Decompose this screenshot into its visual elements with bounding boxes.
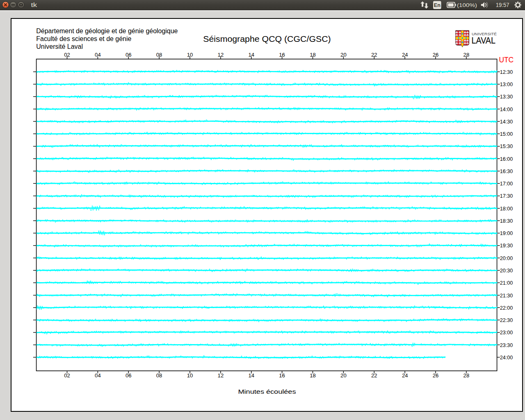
svg-text:13:30: 13:30 bbox=[500, 94, 513, 100]
svg-text:12:30: 12:30 bbox=[500, 69, 513, 75]
svg-text:08: 08 bbox=[156, 52, 162, 58]
svg-text:18:30: 18:30 bbox=[500, 218, 513, 224]
svg-text:02: 02 bbox=[64, 52, 70, 58]
svg-text:10: 10 bbox=[187, 52, 193, 58]
svg-text:20: 20 bbox=[340, 373, 347, 379]
svg-text:16: 16 bbox=[279, 373, 285, 379]
svg-text:15:30: 15:30 bbox=[500, 144, 513, 149]
svg-text:16: 16 bbox=[279, 52, 285, 58]
svg-text:19:30: 19:30 bbox=[500, 243, 513, 249]
svg-text:04: 04 bbox=[95, 52, 101, 58]
svg-text:Département de géologie et de: Département de géologie et de génie géol… bbox=[36, 27, 178, 35]
svg-text:19:00: 19:00 bbox=[500, 231, 513, 236]
svg-text:17:30: 17:30 bbox=[500, 193, 513, 199]
svg-text:23:30: 23:30 bbox=[500, 342, 513, 348]
svg-text:06: 06 bbox=[126, 373, 132, 379]
svg-text:Faculté des sciences et de gén: Faculté des sciences et de génie bbox=[36, 35, 131, 43]
svg-text:10: 10 bbox=[187, 373, 193, 379]
svg-text:22:30: 22:30 bbox=[500, 317, 513, 323]
svg-text:19:57: 19:57 bbox=[496, 2, 509, 8]
svg-text:LAVAL: LAVAL bbox=[472, 35, 496, 46]
svg-text:28: 28 bbox=[463, 373, 470, 379]
svg-text:08: 08 bbox=[156, 373, 162, 379]
svg-text:24:00: 24:00 bbox=[500, 355, 513, 361]
svg-text:13:00: 13:00 bbox=[500, 82, 513, 87]
svg-text:15:00: 15:00 bbox=[500, 131, 513, 137]
svg-text:20:00: 20:00 bbox=[500, 256, 513, 261]
svg-text:21:30: 21:30 bbox=[500, 293, 513, 299]
svg-text:14:30: 14:30 bbox=[500, 119, 513, 125]
svg-text:(100%): (100%) bbox=[457, 2, 477, 8]
svg-text:21:00: 21:00 bbox=[500, 280, 513, 286]
svg-text:18: 18 bbox=[310, 373, 316, 379]
svg-text:18: 18 bbox=[310, 52, 316, 58]
svg-text:14:00: 14:00 bbox=[500, 107, 513, 112]
svg-text:12: 12 bbox=[218, 52, 224, 58]
svg-text:UTC: UTC bbox=[499, 56, 514, 64]
svg-text:26: 26 bbox=[433, 52, 439, 58]
svg-text:16:30: 16:30 bbox=[500, 169, 513, 174]
svg-text:26: 26 bbox=[433, 373, 439, 379]
svg-text:Séismographe QCQ (CGC/GSC): Séismographe QCQ (CGC/GSC) bbox=[203, 34, 331, 43]
svg-text:24: 24 bbox=[402, 52, 408, 58]
svg-text:04: 04 bbox=[95, 373, 101, 379]
svg-text:En: En bbox=[434, 2, 441, 8]
svg-text:28: 28 bbox=[463, 52, 470, 58]
svg-text:tk: tk bbox=[31, 1, 37, 8]
svg-text:14: 14 bbox=[249, 373, 255, 379]
svg-text:17:00: 17:00 bbox=[500, 181, 513, 187]
svg-text:12: 12 bbox=[218, 373, 224, 379]
svg-text:24: 24 bbox=[402, 373, 408, 379]
svg-text:22: 22 bbox=[371, 52, 377, 58]
svg-text:22:00: 22:00 bbox=[500, 305, 513, 311]
svg-text:20: 20 bbox=[340, 52, 347, 58]
svg-text:14: 14 bbox=[249, 52, 255, 58]
svg-text:Université Laval: Université Laval bbox=[36, 43, 83, 50]
svg-text:16:00: 16:00 bbox=[500, 156, 513, 162]
svg-text:06: 06 bbox=[126, 52, 132, 58]
svg-text:20:30: 20:30 bbox=[500, 268, 513, 274]
svg-text:23:00: 23:00 bbox=[500, 330, 513, 336]
svg-text:Minutes écoulées: Minutes écoulées bbox=[238, 388, 296, 395]
svg-text:22: 22 bbox=[371, 373, 377, 379]
svg-text:02: 02 bbox=[64, 373, 70, 379]
svg-text:18:00: 18:00 bbox=[500, 206, 513, 212]
